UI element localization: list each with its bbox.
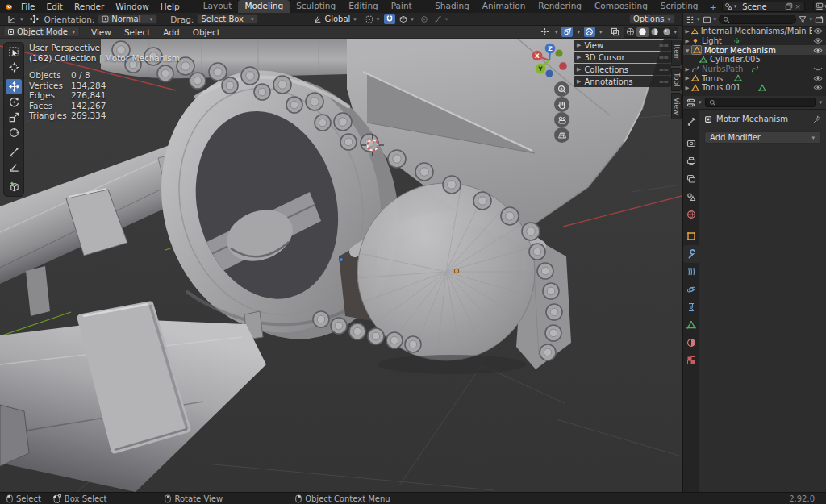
tab-constraints[interactable]: [683, 298, 699, 316]
outliner-display-mode-icon[interactable]: [703, 15, 711, 24]
scene-name[interactable]: Scene: [737, 2, 784, 11]
chevron-down-icon[interactable]: ▾: [576, 29, 581, 35]
tab-layout[interactable]: Layout: [197, 0, 239, 13]
filter-icon[interactable]: [798, 15, 807, 24]
tab-scene[interactable]: [683, 188, 699, 206]
tab-output[interactable]: [683, 152, 699, 170]
tab-uv-editing[interactable]: UV Editing: [342, 0, 385, 13]
expand-arrow-icon[interactable]: ▶: [683, 85, 691, 91]
tab-world[interactable]: [683, 206, 699, 223]
tab-object-data[interactable]: [683, 316, 699, 334]
tab-texture-paint[interactable]: Texture Paint: [385, 0, 428, 13]
new-scene-icon[interactable]: [784, 2, 793, 11]
snap-settings-dropdown[interactable]: ▾: [395, 14, 419, 24]
gizmo-y-neg[interactable]: [555, 49, 562, 56]
tab-render[interactable]: [683, 135, 699, 152]
viewport-canvas[interactable]: User Perspective (162) Collection | Moto…: [0, 39, 682, 492]
hide-toggle[interactable]: [812, 75, 824, 82]
tool-cursor[interactable]: [6, 60, 22, 75]
properties-editor-type-icon[interactable]: [686, 98, 695, 107]
tab-object[interactable]: [683, 227, 699, 245]
chevron-down-icon[interactable]: ▾: [696, 16, 701, 23]
npanel-section-view[interactable]: ▶View≡≡: [574, 40, 671, 51]
tab-texture[interactable]: [683, 352, 699, 369]
viewport-menu-object[interactable]: Object: [186, 27, 227, 37]
chevron-down-icon[interactable]: ▾: [599, 29, 603, 35]
breadcrumb-object-name[interactable]: Motor Mechanism: [716, 115, 788, 123]
mode-dropdown[interactable]: Object Mode▾: [3, 27, 80, 37]
tab-particles[interactable]: [683, 263, 699, 281]
options-dropdown[interactable]: Options▾: [629, 14, 675, 24]
tool-annotate[interactable]: [6, 144, 22, 160]
tab-rendering[interactable]: Rendering: [532, 0, 588, 13]
drag-dropdown[interactable]: Select Box▾: [197, 14, 258, 24]
tab-modeling[interactable]: Modeling: [238, 0, 290, 13]
chevron-down-icon[interactable]: ▾: [808, 16, 813, 23]
menu-help[interactable]: Help: [155, 0, 186, 13]
tab-physics[interactable]: [683, 281, 699, 298]
shading-wireframe-button[interactable]: [624, 27, 636, 37]
npanel-section-collections[interactable]: ▶Collections≡≡: [574, 64, 671, 75]
npanel-tab-item[interactable]: Item: [671, 40, 682, 66]
tool-move[interactable]: [6, 79, 22, 94]
tool-select-box[interactable]: [6, 44, 22, 60]
outliner-item-nurbspath[interactable]: ▶ NurbsPath: [683, 65, 826, 74]
tab-scripting[interactable]: Scripting: [654, 0, 705, 13]
menu-render[interactable]: Render: [69, 0, 110, 13]
shading-material-button[interactable]: [649, 27, 661, 37]
blender-logo-icon[interactable]: [4, 2, 13, 11]
expand-arrow-icon[interactable]: ▶: [683, 28, 691, 35]
pan-hand-button[interactable]: [554, 97, 569, 112]
chevron-down-icon[interactable]: ▾: [713, 16, 718, 23]
expand-arrow-icon[interactable]: ▶: [683, 75, 691, 81]
show-overlays-toggle[interactable]: [561, 27, 573, 37]
pivot-point-dropdown[interactable]: ▾: [361, 14, 385, 24]
npanel-tab-view[interactable]: View: [671, 93, 682, 119]
xray-button[interactable]: [609, 27, 620, 37]
outliner-item-internal-mechanisms[interactable]: ▶ Internal Mechanisms/Main Body: [683, 27, 826, 36]
menu-file[interactable]: File: [15, 0, 41, 13]
npanel-tab-tool[interactable]: Tool: [671, 68, 682, 91]
tab-modifiers[interactable]: [683, 245, 699, 263]
tab-shading[interactable]: Shading: [428, 0, 476, 13]
gizmo-x-neg[interactable]: [559, 62, 567, 70]
menu-window[interactable]: Window: [110, 0, 154, 13]
tool-rotate[interactable]: [6, 94, 22, 110]
outliner-editor-type-icon[interactable]: [686, 15, 695, 24]
navigation-gizmo[interactable]: Z X Y: [528, 40, 569, 82]
toggle-xray-dropdown[interactable]: [584, 27, 595, 37]
outliner-item-cylinder-005[interactable]: Cylinder.005: [683, 55, 826, 65]
tab-sculpting[interactable]: Sculpting: [290, 0, 342, 13]
npanel-section-3d-cursor[interactable]: ▶3D Cursor≡≡: [574, 52, 671, 63]
scene-selector[interactable]: ▾ Scene ×: [722, 2, 805, 12]
outliner-item-motor-mechanism[interactable]: ▼ Motor Mechanism: [683, 45, 826, 55]
outliner-item-light[interactable]: ▶ Light: [683, 36, 826, 46]
npanel-section-annotations[interactable]: ▶Annotations≡≡: [574, 76, 671, 87]
tab-view-layer[interactable]: [683, 170, 699, 188]
tool-measure[interactable]: [6, 160, 22, 175]
expand-arrow-icon[interactable]: ▶: [683, 66, 691, 73]
show-gizmo-toggle[interactable]: [540, 27, 551, 37]
collapse-arrow-icon[interactable]: ▼: [683, 48, 691, 53]
tab-material[interactable]: [683, 334, 699, 352]
hide-toggle[interactable]: [812, 47, 824, 54]
viewport-3d[interactable]: Object Mode▾ View Select Add Object ▾ ▾ …: [0, 26, 682, 492]
chevron-down-icon[interactable]: ▾: [698, 99, 703, 106]
hide-toggle[interactable]: [812, 84, 824, 91]
chevron-down-icon[interactable]: ▾: [554, 29, 559, 35]
shading-solid-button[interactable]: [636, 27, 649, 37]
zoom-button[interactable]: [554, 81, 569, 97]
hide-toggle[interactable]: [812, 37, 824, 44]
tool-transform[interactable]: [6, 125, 22, 140]
tab-compositing[interactable]: Compositing: [588, 0, 654, 13]
proportional-edit-toggle[interactable]: [419, 14, 430, 24]
viewport-menu-select[interactable]: Select: [118, 27, 156, 37]
tool-scale[interactable]: [6, 110, 22, 125]
menu-edit[interactable]: Edit: [41, 0, 69, 13]
tab-tool[interactable]: [683, 113, 699, 131]
hide-toggle[interactable]: [812, 27, 824, 35]
shading-dropdown[interactable]: ▾: [673, 29, 678, 35]
snap-magnet-toggle[interactable]: [384, 14, 395, 24]
pin-icon[interactable]: [813, 115, 821, 123]
properties-search-input[interactable]: [705, 98, 816, 107]
